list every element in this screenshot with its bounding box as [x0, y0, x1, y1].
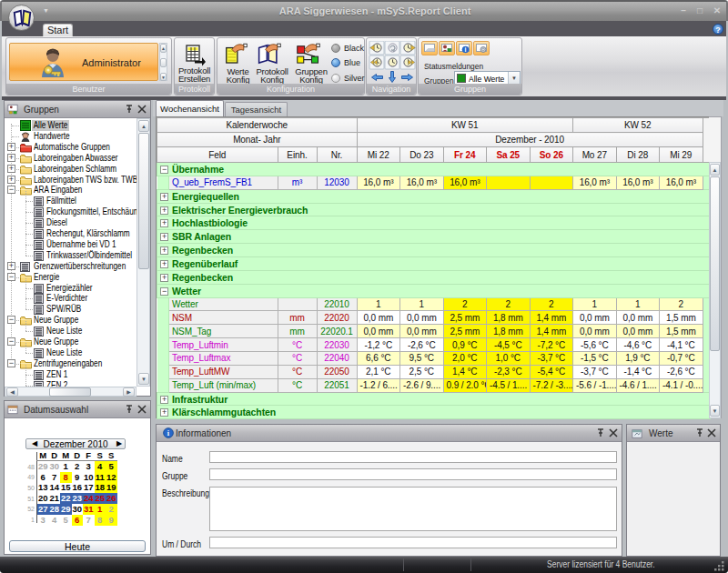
svg-text:i: i: [465, 46, 467, 53]
